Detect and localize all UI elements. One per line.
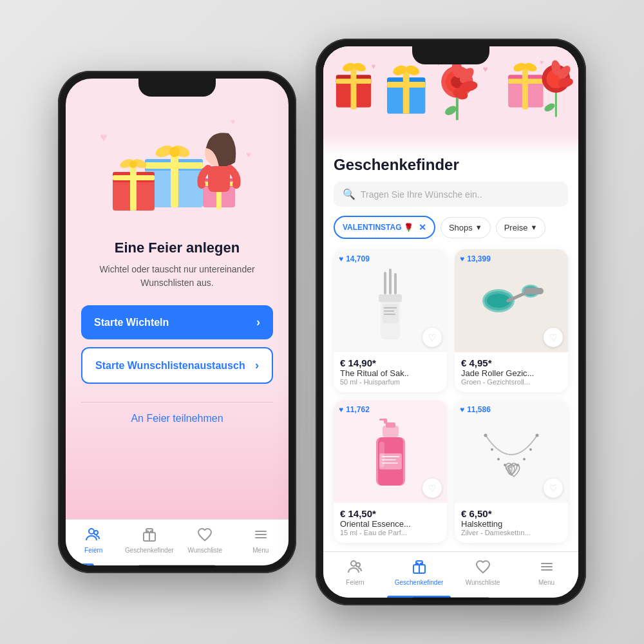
svg-rect-29 — [255, 534, 267, 535]
nav-item-wunschliste-1[interactable]: Wunschliste — [177, 527, 233, 554]
phone-2: ♥ ♥ ♥ ♥ Geschenkefinder 🔍 Tragen Sie Ihr… — [316, 39, 586, 605]
product-card-2[interactable]: ♥ 11,762 — [334, 400, 447, 543]
nav-label-feiern-2: Feiern — [346, 579, 364, 586]
search-bar[interactable]: 🔍 Tragen Sie Ihre Wünsche ein.. — [334, 182, 568, 207]
svg-rect-35 — [336, 79, 371, 84]
jade-roller-image — [473, 265, 550, 336]
product-favorite-2[interactable]: ♡ — [422, 478, 442, 498]
heart-deco-3: ♥ — [231, 117, 235, 126]
svg-rect-73 — [389, 269, 392, 294]
svg-point-101 — [491, 448, 493, 451]
product-likes-2: ♥ 11,762 — [339, 405, 370, 414]
svg-point-25 — [94, 531, 98, 535]
screen-2: ♥ ♥ ♥ ♥ Geschenkefinder 🔍 Tragen Sie Ihr… — [323, 46, 578, 598]
svg-rect-90 — [386, 422, 395, 428]
svg-rect-92 — [379, 419, 387, 421]
heart-icon-0: ♥ — [339, 254, 343, 263]
svg-rect-10 — [130, 162, 137, 211]
products-grid: ♥ 14,709 — [334, 249, 568, 543]
product-favorite-0[interactable]: ♡ — [422, 328, 442, 347]
svg-rect-4 — [145, 162, 203, 169]
nav-item-geschenkefinder-1[interactable]: Geschenkefinder — [122, 527, 178, 554]
product-info-0: € 14,90* The Ritual of Sak.. 50 ml - Hui… — [334, 352, 447, 392]
svg-point-106 — [523, 458, 526, 460]
an-feier-teilnehmen-button[interactable]: An Feier teilnehmen — [131, 413, 223, 424]
svg-point-107 — [529, 448, 532, 451]
screen-2-body: Geschenkefinder 🔍 Tragen Sie Ihre Wünsch… — [323, 156, 578, 551]
menu-icon-2 — [539, 559, 554, 577]
filter-chip-preise[interactable]: Preise ▼ — [496, 217, 546, 238]
filter-chip-shops[interactable]: Shops ▼ — [440, 217, 491, 238]
product-likes-3: ♥ 11,586 — [460, 405, 491, 414]
filter-bar: VALENTINSTAG 🌹 ✕ Shops ▼ Preise ▼ — [334, 216, 568, 239]
arrow-icon-2: › — [255, 359, 259, 372]
svg-point-108 — [536, 434, 539, 437]
nav-item-feiern-1[interactable]: Feiern — [66, 527, 122, 554]
svg-rect-78 — [384, 314, 395, 315]
svg-rect-55 — [522, 66, 528, 109]
nav-item-menu-2[interactable]: Menu — [515, 559, 578, 586]
product-price-2: € 14,50* — [340, 508, 440, 519]
page-title: Geschenkefinder — [334, 156, 568, 174]
svg-point-100 — [484, 434, 488, 437]
chevron-down-icon-2: ▼ — [531, 223, 538, 231]
starte-wichteln-button[interactable]: Starte Wichteln › — [81, 305, 273, 339]
geschenkefinder-icon-2 — [412, 559, 427, 577]
heart-icon-1: ♥ — [460, 254, 464, 263]
svg-rect-85 — [524, 288, 544, 294]
product-desc-3: Zilver - Dameskettın... — [461, 529, 562, 536]
hero-illustration: ♥ ♥ ♥ — [93, 111, 261, 240]
necklace-image — [473, 416, 550, 487]
product-img-wrap-3: ♥ 11,586 — [455, 400, 568, 503]
nav-item-geschenkefinder-2[interactable]: Geschenkefinder — [387, 559, 451, 586]
svg-point-110 — [356, 563, 360, 567]
nav-item-feiern-2[interactable]: Feiern — [323, 559, 387, 586]
product-price-3: € 6,50* — [461, 508, 562, 519]
screen-1: ♥ ♥ ♥ — [66, 79, 289, 565]
heart-icon-2: ♥ — [339, 405, 343, 414]
product-name-0: The Ritual of Sak.. — [340, 368, 440, 378]
nav-item-wunschliste-2[interactable]: Wunschliste — [451, 559, 515, 586]
divider — [81, 402, 273, 402]
product-favorite-1[interactable]: ♡ — [544, 328, 563, 347]
scroll-indicator-1 — [138, 565, 216, 568]
product-likes-1: ♥ 13,399 — [460, 254, 491, 263]
close-icon: ✕ — [419, 222, 426, 232]
svg-point-86 — [494, 298, 497, 300]
filter-chip-valentinstag[interactable]: VALENTINSTAG 🌹 ✕ — [334, 216, 435, 239]
svg-rect-41 — [387, 82, 425, 88]
svg-rect-115 — [541, 569, 553, 571]
svg-rect-77 — [384, 310, 394, 312]
heart-deco-1: ♥ — [100, 130, 108, 145]
product-desc-1: Groen - Gezichtsroll... — [461, 378, 562, 386]
nav-item-menu-1[interactable]: Menu — [233, 527, 289, 554]
notch-1 — [138, 79, 216, 97]
nav-active-bar-1 — [66, 564, 93, 565]
svg-rect-76 — [384, 307, 397, 308]
svg-point-14 — [129, 160, 137, 168]
product-desc-2: 15 ml - Eau de Parf... — [340, 529, 440, 536]
starte-wunschlisten-button[interactable]: Starte Wunschlistenaustausch › — [81, 347, 273, 384]
product-price-0: € 14,90* — [340, 357, 440, 368]
product-info-3: € 6,50* Halsketting Zilver - Dameskettın… — [455, 503, 568, 543]
nav-label-feiern-1: Feiern — [84, 547, 102, 554]
notch-2 — [412, 46, 489, 64]
product-name-1: Jade Roller Gezic... — [461, 368, 562, 378]
product-card-1[interactable]: ♥ 13,399 — [455, 249, 568, 392]
perfume-image — [366, 410, 415, 493]
arrow-icon-1: › — [256, 316, 260, 329]
svg-rect-113 — [541, 563, 553, 564]
product-img-wrap-1: ♥ 13,399 — [455, 249, 568, 352]
svg-point-7 — [169, 147, 180, 157]
scroll-indicator-2 — [412, 597, 489, 600]
product-favorite-3[interactable]: ♡ — [544, 478, 563, 498]
svg-point-109 — [351, 561, 356, 566]
svg-rect-3 — [171, 149, 178, 207]
svg-rect-34 — [351, 66, 357, 109]
product-info-2: € 14,50* Oriental Essence... 15 ml - Eau… — [334, 503, 447, 543]
nav-label-menu-2: Menu — [538, 579, 554, 586]
product-card-0[interactable]: ♥ 14,709 — [334, 249, 447, 392]
product-card-3[interactable]: ♥ 11,586 — [455, 400, 568, 543]
product-price-1: € 4,95* — [461, 357, 562, 368]
product-img-wrap-2: ♥ 11,762 — [334, 400, 447, 503]
